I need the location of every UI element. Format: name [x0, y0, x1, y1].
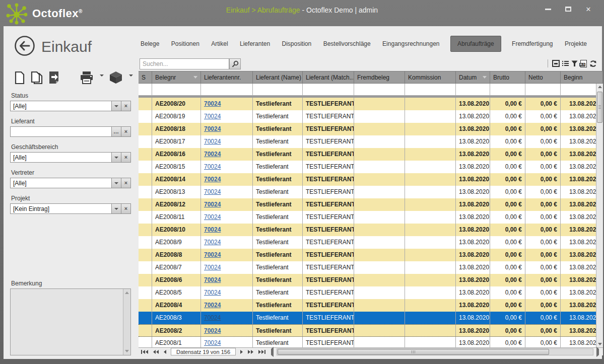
close-button[interactable]: ✕: [582, 4, 595, 14]
grid-row-AE2008/10[interactable]: AE2008/1070024TestlieferantTESTLIEFERANT…: [139, 224, 603, 236]
supplier-link[interactable]: 70024: [204, 289, 221, 296]
print-button[interactable]: [80, 71, 94, 84]
filter-cell-name[interactable]: [253, 84, 303, 96]
list-view-button[interactable]: [562, 61, 569, 66]
supplier-link[interactable]: 70024: [204, 276, 221, 283]
column-header-name[interactable]: Lieferant (Name): [253, 71, 303, 84]
dropdown-button[interactable]: [111, 153, 121, 162]
grid-row-AE2008/3[interactable]: AE2008/370024TestlieferantTESTLIEFERANT1…: [139, 312, 603, 324]
supplier-link[interactable]: 70024: [204, 239, 221, 246]
filter-value[interactable]: [Kein Eintrag]: [11, 204, 111, 213]
tab-disposition[interactable]: Disposition: [281, 36, 313, 51]
vertical-scroll-thumb[interactable]: [597, 92, 602, 123]
column-header-belegnr[interactable]: Belegnr: [152, 71, 201, 84]
supplier-link[interactable]: 70024: [204, 125, 221, 132]
column-header-kommission[interactable]: Kommission: [405, 71, 456, 84]
filter-cell-s[interactable]: [139, 84, 152, 96]
scroll-right-button[interactable]: [594, 349, 603, 355]
tab-lieferanten[interactable]: Lieferanten: [239, 36, 271, 51]
grid-row-AE2008/2[interactable]: AE2008/270024TestlieferantTESTLIEFERANT1…: [139, 324, 603, 337]
grid-row-AE2008/5[interactable]: AE2008/570024TestlieferantTESTLIEFERANT1…: [139, 286, 603, 299]
package-dropdown-icon[interactable]: [129, 75, 133, 77]
supplier-link[interactable]: 70024: [204, 163, 221, 170]
copy-document-button[interactable]: [30, 71, 43, 85]
supplier-link[interactable]: 70024: [204, 201, 221, 208]
prev-record-button[interactable]: [161, 348, 169, 355]
filter-combo[interactable]: [Alle] ×: [10, 101, 131, 111]
supplier-link[interactable]: 70024: [204, 100, 221, 107]
grid-row-AE2008/19[interactable]: AE2008/1970024TestlieferantTESTLIEFERANT…: [139, 110, 603, 123]
supplier-link[interactable]: 70024: [204, 151, 221, 158]
package-button[interactable]: [109, 70, 123, 85]
card-view-button[interactable]: [552, 60, 560, 67]
export-document-button[interactable]: [48, 71, 59, 84]
print-dropdown-icon[interactable]: [100, 75, 104, 77]
search-button[interactable]: [229, 58, 241, 69]
filter-cell-lieferantennr[interactable]: [201, 84, 253, 96]
supplier-link[interactable]: 70024: [204, 314, 221, 321]
tab-abrufaufträge[interactable]: Abrufaufträge: [450, 36, 501, 52]
filter-cell-kommission[interactable]: [405, 84, 456, 96]
grid-row-AE2008/15[interactable]: AE2008/1570024TestlieferantTESTLIEFERANT…: [139, 161, 603, 173]
filter-combo[interactable]: … ×: [10, 126, 131, 137]
column-header-s[interactable]: S: [139, 71, 152, 84]
filter-combo[interactable]: [Alle] ×: [10, 178, 131, 188]
supplier-link[interactable]: 70024: [204, 138, 221, 145]
first-record-button[interactable]: [139, 348, 151, 355]
filter-combo[interactable]: [Alle] ×: [10, 152, 131, 163]
clear-button[interactable]: ×: [121, 153, 130, 162]
supplier-link[interactable]: 70024: [204, 176, 221, 183]
grid-row-AE2008/11[interactable]: AE2008/1170024TestlieferantTESTLIEFERANT…: [139, 211, 603, 224]
dropdown-button[interactable]: [111, 178, 121, 188]
xls-export-button[interactable]: XLS: [580, 60, 587, 67]
next-page-button[interactable]: [245, 348, 256, 355]
grid-row-AE2008/18[interactable]: AE2008/1870024TestlieferantTESTLIEFERANT…: [139, 123, 603, 135]
filter-button[interactable]: [571, 60, 578, 67]
scroll-left-button[interactable]: [268, 349, 277, 355]
back-button[interactable]: [14, 35, 35, 58]
grid-row-AE2008/17[interactable]: AE2008/1770024TestlieferantTESTLIEFERANT…: [139, 135, 603, 148]
filter-cell-datum[interactable]: [456, 84, 490, 96]
new-document-button[interactable]: [14, 71, 25, 85]
dropdown-button[interactable]: [111, 204, 121, 213]
clear-button[interactable]: ×: [121, 101, 130, 111]
filter-combo[interactable]: [Kein Eintrag] ×: [10, 203, 131, 214]
supplier-link[interactable]: 70024: [204, 226, 221, 233]
grid-row-AE2008/16[interactable]: AE2008/1670024TestlieferantTESTLIEFERANT…: [139, 148, 603, 161]
clear-button[interactable]: ×: [121, 178, 130, 188]
filter-value[interactable]: [Alle]: [11, 153, 111, 162]
tab-belege[interactable]: Belege: [140, 36, 160, 51]
tab-projekte[interactable]: Projekte: [564, 36, 588, 51]
clear-button[interactable]: ×: [121, 127, 130, 136]
refresh-button[interactable]: [589, 60, 597, 67]
horizontal-scrollbar[interactable]: [277, 348, 593, 355]
filter-cell-belegnr[interactable]: [152, 84, 201, 96]
grid-row-AE2008/7[interactable]: AE2008/770024TestlieferantTESTLIEFERANT1…: [139, 261, 603, 274]
vertical-scrollbar[interactable]: [596, 84, 603, 347]
grid-row-AE2008/14[interactable]: AE2008/1470024TestlieferantTESTLIEFERANT…: [139, 173, 603, 186]
filter-value[interactable]: [11, 127, 111, 136]
filter-value[interactable]: [Alle]: [11, 101, 111, 111]
grid-row-AE2008/6[interactable]: AE2008/670024TestlieferantTESTLIEFERANT1…: [139, 274, 603, 286]
column-header-beginn[interactable]: Beginn: [561, 71, 603, 84]
grid-row-AE2008/8[interactable]: AE2008/870024TestlieferantTESTLIEFERANT1…: [139, 249, 603, 261]
supplier-link[interactable]: 70024: [204, 339, 221, 346]
next-record-button[interactable]: [238, 348, 245, 355]
supplier-link[interactable]: 70024: [204, 327, 221, 334]
filter-cell-netto[interactable]: [525, 84, 561, 96]
column-header-datum[interactable]: Datum: [456, 71, 490, 84]
last-record-button[interactable]: [256, 348, 268, 355]
filter-cell-match[interactable]: [303, 84, 354, 96]
supplier-link[interactable]: 70024: [204, 251, 221, 258]
filter-cell-brutto[interactable]: [490, 84, 525, 96]
filter-cell-fremdbeleg[interactable]: [354, 84, 405, 96]
supplier-link[interactable]: 70024: [204, 188, 221, 195]
supplier-link[interactable]: 70024: [204, 113, 221, 120]
lookup-button[interactable]: …: [111, 127, 121, 136]
tab-bestellvorschläge[interactable]: Bestellvorschläge: [322, 36, 372, 51]
column-header-brutto[interactable]: Brutto: [490, 71, 525, 84]
supplier-link[interactable]: 70024: [204, 302, 221, 309]
filter-value[interactable]: [Alle]: [11, 178, 111, 188]
horizontal-scroll-thumb[interactable]: [278, 349, 549, 355]
grid-row-AE2008/13[interactable]: AE2008/1370024TestlieferantTESTLIEFERANT…: [139, 186, 603, 198]
